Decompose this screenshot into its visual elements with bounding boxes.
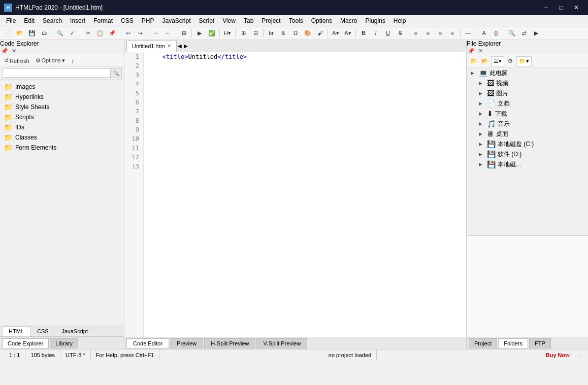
menu-item-help[interactable]: Help: [389, 15, 410, 26]
save-all-btn[interactable]: 🗂: [39, 27, 50, 39]
panel-tab-code-explorer[interactable]: Code Explorer: [2, 338, 49, 348]
fe-new-folder-btn[interactable]: 📁: [469, 56, 479, 66]
options-btn[interactable]: ⚙ Options ▾: [34, 57, 68, 64]
align-justify-btn[interactable]: ≡: [447, 27, 458, 39]
replace-btn[interactable]: ⇄: [518, 27, 530, 39]
redo-btn[interactable]: ↪: [135, 27, 146, 39]
file-tree-item-8[interactable]: ▶💾软件 (D:): [467, 149, 588, 159]
hr-btn[interactable]: —: [463, 27, 474, 39]
panel-tab-library[interactable]: Library: [50, 338, 78, 348]
undo-btn[interactable]: ↩: [122, 27, 134, 39]
font-color-btn[interactable]: A▾: [342, 27, 353, 39]
table-btn[interactable]: ⊞: [238, 27, 249, 39]
br-btn[interactable]: br: [266, 27, 277, 39]
tab-nav-next[interactable]: ▶: [183, 42, 189, 50]
menu-item-insert[interactable]: Insert: [66, 15, 89, 26]
find2-btn[interactable]: 🔍: [506, 27, 517, 39]
new-file-btn[interactable]: 📄: [2, 27, 13, 39]
maximize-button[interactable]: □: [553, 0, 569, 15]
menu-item-format[interactable]: Format: [89, 15, 117, 26]
menu-item-plugins[interactable]: Plugins: [361, 15, 389, 26]
file-tree-item-0[interactable]: ▶💻此电脑: [467, 68, 588, 78]
file-tree-item-7[interactable]: ▶💾本地磁盘 (C:): [467, 139, 588, 149]
file-tree-item-9[interactable]: ▶💾本地磁...: [467, 159, 588, 169]
right-bottom-tab-project[interactable]: Project: [469, 338, 497, 348]
right-bottom-tab-ftp[interactable]: FTP: [529, 338, 551, 348]
menu-item-javascript[interactable]: JavaScript: [158, 15, 194, 26]
file-tree-item-3[interactable]: ▶📄文档: [467, 98, 588, 109]
code-line-6[interactable]: <title>Untitled</title>: [144, 52, 466, 61]
code-editor[interactable]: 12345678910111213 <title>Untitled</title…: [124, 52, 466, 337]
editor-mode-tab-preview[interactable]: Preview: [170, 338, 203, 348]
align-right-btn[interactable]: ≡: [435, 27, 446, 39]
tree-item-hyperlinks[interactable]: 📁Hyperlinks: [0, 92, 124, 102]
italic-btn[interactable]: I: [370, 27, 381, 39]
fe-pin-btn[interactable]: 📌: [467, 47, 476, 55]
highlight-btn[interactable]: A: [478, 27, 489, 39]
preview-btn[interactable]: ▶: [194, 27, 205, 39]
file-tree-item-6[interactable]: ▶🖥桌面: [467, 129, 588, 139]
menu-item-project[interactable]: Project: [257, 15, 284, 26]
outdent-btn[interactable]: ←: [162, 27, 174, 39]
right-bottom-tab-folders[interactable]: Folders: [498, 338, 528, 348]
file-tree-item-5[interactable]: ▶🎵音乐: [467, 119, 588, 129]
left-bottom-tab-html[interactable]: HTML: [2, 326, 30, 336]
tree-item-images[interactable]: 📁Images: [0, 82, 124, 92]
fe-settings-btn[interactable]: ⚙: [505, 56, 515, 66]
open-btn[interactable]: 📂: [14, 27, 25, 39]
search-button[interactable]: 🔍: [111, 68, 122, 78]
menu-item-file[interactable]: File: [2, 15, 20, 26]
file-tree-item-2[interactable]: ▶🖼图片: [467, 88, 588, 98]
find-btn[interactable]: 🔍: [54, 27, 66, 39]
panel-close-btn[interactable]: ✕: [11, 47, 17, 55]
table2-btn[interactable]: ⊟: [250, 27, 261, 39]
file-tree-item-4[interactable]: ▶⬇下载: [467, 109, 588, 119]
underline-btn[interactable]: U: [382, 27, 394, 39]
more-btn[interactable]: ▶: [531, 27, 542, 39]
panel-pin-btn[interactable]: 📌: [0, 47, 9, 55]
buy-now-link[interactable]: Buy Now: [541, 349, 575, 361]
tree-item-ids[interactable]: 📁IDs: [0, 122, 124, 132]
cut-btn[interactable]: ✂: [82, 27, 93, 39]
align-center-btn[interactable]: ≡: [422, 27, 434, 39]
code-content[interactable]: <title>Untitled</title>: [144, 52, 466, 337]
code-tag-btn[interactable]: {}: [491, 27, 502, 39]
editor-mode-tab-h-split-preview[interactable]: H-Split Preview: [204, 338, 255, 348]
refresh-btn[interactable]: ↺ Refresh: [2, 57, 31, 64]
fe-open-btn[interactable]: 📂: [480, 56, 490, 66]
menu-item-php[interactable]: PHP: [138, 15, 158, 26]
indent-btn[interactable]: →: [150, 27, 161, 39]
wrap-btn[interactable]: ⊞: [178, 27, 189, 39]
spell-btn[interactable]: ✓: [67, 27, 78, 39]
tree-item-scripts[interactable]: 📁Scripts: [0, 112, 124, 122]
strike-btn[interactable]: S̶: [395, 27, 406, 39]
sort-btn[interactable]: ↕: [70, 57, 77, 64]
menu-item-search[interactable]: Search: [39, 15, 66, 26]
heading-btn[interactable]: H▾: [222, 27, 233, 39]
menu-item-options[interactable]: Options: [307, 15, 336, 26]
editor-mode-tab-code-editor[interactable]: Code Editor: [126, 338, 169, 348]
tab-nav-prev[interactable]: ◀: [177, 42, 183, 50]
paste-btn[interactable]: 📌: [107, 27, 118, 39]
menu-item-css[interactable]: CSS: [117, 15, 138, 26]
align-left-btn[interactable]: ≡: [410, 27, 421, 39]
menu-item-script[interactable]: Script: [195, 15, 219, 26]
validate-btn[interactable]: ✅: [206, 27, 217, 39]
fe-close-btn[interactable]: ✕: [477, 47, 484, 55]
menu-item-macro[interactable]: Macro: [336, 15, 361, 26]
file-tree-item-1[interactable]: ▶🖼视频: [467, 78, 588, 88]
tree-item-classes[interactable]: 📁Classes: [0, 132, 124, 143]
font-size-btn[interactable]: A▾: [330, 27, 341, 39]
save-btn[interactable]: 💾: [26, 27, 38, 39]
editor-mode-tab-v-split-preview[interactable]: V-Split Preview: [256, 338, 307, 348]
copy-btn[interactable]: 📋: [94, 27, 106, 39]
tree-item-form-elements[interactable]: 📁Form Elements: [0, 143, 124, 153]
tab-close-btn[interactable]: ✕: [167, 43, 171, 49]
tree-item-style-sheets[interactable]: 📁Style Sheets: [0, 102, 124, 112]
menu-item-tab[interactable]: Tab: [240, 15, 257, 26]
menu-item-tools[interactable]: Tools: [285, 15, 307, 26]
left-bottom-tab-css[interactable]: CSS: [30, 326, 55, 336]
close-button[interactable]: ✕: [569, 0, 584, 15]
minimize-button[interactable]: −: [538, 0, 553, 15]
fe-path-dropdown[interactable]: 📁▾: [516, 56, 532, 66]
